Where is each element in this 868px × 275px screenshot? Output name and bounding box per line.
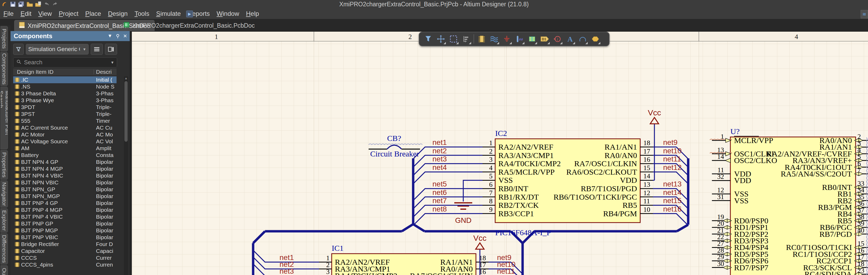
save-all-icon[interactable] <box>18 1 25 8</box>
component-list-item[interactable]: BJT PNP GP Bipolar <box>13 220 117 227</box>
component-list-item[interactable]: 3 Phase Wye 3-Phas <box>13 97 117 104</box>
component-list-item[interactable]: Capacitor Capaci <box>13 248 117 254</box>
wire[interactable] <box>414 214 483 225</box>
move-objects-icon[interactable] <box>435 33 447 45</box>
menu-item[interactable]: Window <box>213 9 243 19</box>
component-list-item[interactable]: BJT NPN 4 GP Bipolar <box>13 159 117 165</box>
scrollbar-thumb[interactable] <box>124 81 128 142</box>
altium-swoosh-icon[interactable] <box>1 1 8 8</box>
component-list-item[interactable]: Battery Consta <box>13 152 117 159</box>
panel-pin-icon[interactable]: ⚲ <box>116 33 119 39</box>
undo-icon[interactable] <box>43 1 50 8</box>
selection-filter-icon[interactable] <box>422 33 435 45</box>
component-list-item[interactable]: 3PDT Triple- <box>13 104 117 111</box>
place-power-port-icon[interactable] <box>500 33 513 45</box>
component-list-item[interactable]: BJT NPN VBIC Bipolar <box>13 179 117 186</box>
place-part-icon[interactable] <box>475 33 488 45</box>
place-polygon-icon[interactable] <box>589 33 602 45</box>
component-list-item[interactable]: BJT NPN 4 MGP Bipolar <box>13 165 117 172</box>
list-column-headers[interactable]: Design Item ID Descri <box>13 68 117 75</box>
bus[interactable] <box>677 225 688 231</box>
menu-item[interactable]: Place <box>82 9 104 19</box>
bus[interactable] <box>402 224 413 231</box>
side-tab[interactable]: Navigator <box>1 180 8 208</box>
component-list-item[interactable]: .NS Node S <box>13 83 117 90</box>
wire[interactable] <box>653 214 688 225</box>
component-list-item[interactable]: AC Voltage Source AC Vol <box>13 138 117 145</box>
menu-item[interactable]: Edit <box>17 9 35 19</box>
component-list-item[interactable]: BJT PNP 4 VBIC Bipolar <box>13 213 117 220</box>
column-description[interactable]: Descri <box>96 69 117 75</box>
panel-splitter[interactable] <box>130 31 132 275</box>
component-list-item[interactable]: .IC Initial ( <box>13 76 117 83</box>
cb-arc[interactable] <box>387 145 402 149</box>
component-list-item[interactable]: BJT PNP MGP Bipolar <box>13 227 117 234</box>
vcc-symbol[interactable] <box>476 243 484 249</box>
place-wire-icon[interactable] <box>488 33 500 45</box>
component-list-item[interactable]: CCCS Currer <box>13 254 117 261</box>
place-arc-icon[interactable] <box>577 33 589 45</box>
component-list-item[interactable]: AC Current Source AC Cu <box>13 124 117 131</box>
component-list-item[interactable]: BJT PNP 4 MGP Bipolar <box>13 207 117 213</box>
place-text-icon[interactable]: A <box>564 33 577 45</box>
category-dropdown[interactable]: Simulation Generic Compo ▼ <box>26 44 89 55</box>
component-list-item[interactable]: BJT PNP VBIC Bipolar <box>13 234 117 241</box>
customize-toolbar-icon[interactable]: ≋ <box>861 10 868 19</box>
side-tab[interactable]: Properties <box>1 150 8 180</box>
menu-item[interactable]: Simulate <box>153 9 184 19</box>
side-tab[interactable]: Components <box>1 52 8 86</box>
side-tab[interactable]: Differences <box>1 233 8 265</box>
place-pin-icon[interactable]: ## <box>513 33 526 45</box>
wire[interactable] <box>414 172 483 183</box>
component-list-item[interactable]: CCCS_4pins Curren <box>13 261 117 268</box>
side-tab[interactable]: Manufacturer Part Search <box>1 87 8 149</box>
place-sheet-symbol-icon[interactable] <box>526 33 538 45</box>
wire[interactable] <box>463 180 483 202</box>
place-no-erc-icon[interactable]: i <box>551 33 564 45</box>
scroll-up-icon[interactable]: ▲ <box>124 76 128 80</box>
side-tab[interactable]: Output <box>1 265 8 275</box>
save-icon[interactable] <box>9 1 17 8</box>
column-design-item-id[interactable]: Design Item ID <box>17 69 54 75</box>
component-list-item[interactable]: BJT PNP 4 GP Bipolar <box>13 200 117 207</box>
vcc-symbol[interactable] <box>650 117 659 124</box>
component-list-item[interactable]: 555 Timer <box>13 117 117 124</box>
column-view-button[interactable] <box>105 44 117 55</box>
column-divider[interactable] <box>94 70 94 74</box>
search-input[interactable]: Search ▼ <box>13 58 117 67</box>
component-icon <box>13 207 21 213</box>
align-objects-icon[interactable] <box>460 33 472 45</box>
redo-icon[interactable] <box>52 1 59 8</box>
component-list-item[interactable]: Bridge Rectifier Four D <box>13 241 117 248</box>
place-net-label-icon[interactable]: D1 <box>538 33 551 45</box>
menu-item[interactable]: File <box>0 9 17 19</box>
menu-item[interactable]: Design <box>104 9 131 19</box>
tab-pcbdoc[interactable]: XmiPRO2chargerExtraControl_Basic.PcbDoc <box>119 20 259 31</box>
bus[interactable] <box>253 231 265 243</box>
bus[interactable] <box>413 224 425 231</box>
select-area-icon[interactable] <box>447 33 460 45</box>
side-tab[interactable]: Projects <box>1 26 8 51</box>
menu-item[interactable]: Tools <box>131 9 153 19</box>
list-scrollbar[interactable]: ▲ <box>124 76 128 275</box>
list-view-button[interactable] <box>91 44 103 55</box>
run-script-icon[interactable]: ▶ <box>186 10 193 18</box>
open-folder-icon[interactable] <box>26 1 33 8</box>
component-list-item[interactable]: AC Motor AC Mo <box>13 131 117 138</box>
component-list-item[interactable]: 3PST Triple- <box>13 111 117 117</box>
menu-item[interactable]: Help <box>243 9 262 19</box>
menu-item[interactable]: Project <box>55 9 82 19</box>
panel-close-icon[interactable]: ✕ <box>123 33 127 39</box>
search-history-icon[interactable]: ▼ <box>111 60 114 65</box>
component-list-item[interactable]: BJT NPN_GP Bipolar <box>13 186 117 193</box>
component-list-item[interactable]: 3 Phase Delta 3-Phas <box>13 90 117 97</box>
filter-button[interactable] <box>13 44 24 55</box>
panel-dropdown-icon[interactable]: ▼ <box>107 33 112 39</box>
component-list-item[interactable]: BJT NPN_MGP Bipolar <box>13 193 117 200</box>
side-tab[interactable]: Explorer <box>1 208 8 233</box>
open-document-icon[interactable] <box>35 1 42 8</box>
component-list-item[interactable]: AM Amplit <box>13 145 117 152</box>
schematic-drawing[interactable]: IC2PIC16F648A-I_P1RA2/AN2/VREFnet12RA3/A… <box>132 41 868 275</box>
component-list-item[interactable]: BJT NPN 4 VBIC Bipolar <box>13 172 117 179</box>
menu-item[interactable]: View <box>35 9 55 19</box>
